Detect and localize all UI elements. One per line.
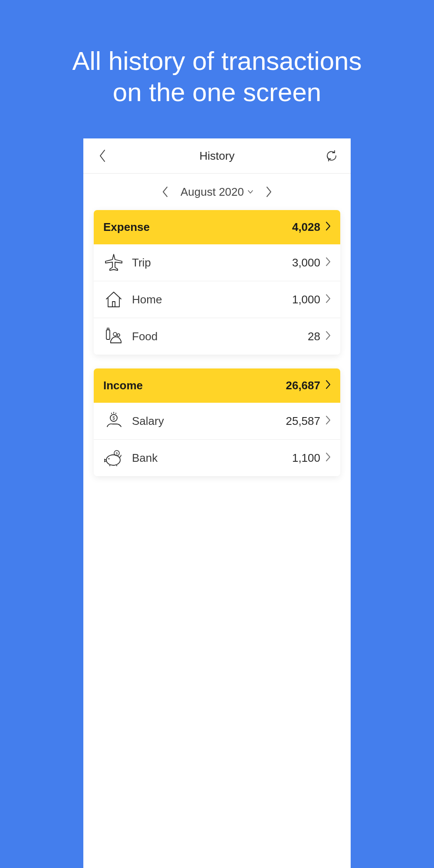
item-amount: 1,100 xyxy=(292,451,320,465)
page-title: History xyxy=(109,149,325,163)
chevron-right-icon xyxy=(326,294,331,305)
home-icon xyxy=(103,289,124,310)
nav-bar: History xyxy=(83,138,351,174)
item-amount: 1,000 xyxy=(292,293,320,306)
svg-text:$: $ xyxy=(116,451,118,455)
svg-rect-1 xyxy=(107,328,109,330)
item-label: Trip xyxy=(132,256,292,270)
chevron-right-icon xyxy=(326,379,331,392)
prev-month-button[interactable] xyxy=(158,185,172,199)
promo-headline: All history of transactions on the one s… xyxy=(72,46,362,108)
expense-total-value: 4,028 xyxy=(292,220,320,234)
income-total-value: 26,687 xyxy=(286,379,320,392)
chevron-left-icon xyxy=(99,149,106,162)
expense-section: Expense 4,028 Trip 3,00 xyxy=(94,210,340,355)
chevron-right-icon xyxy=(326,415,331,427)
svg-point-9 xyxy=(106,455,120,465)
headline-line2: on the one screen xyxy=(113,78,321,107)
svg-point-3 xyxy=(117,334,120,336)
month-label: August 2020 xyxy=(181,185,244,199)
expense-header[interactable]: Expense 4,028 xyxy=(94,210,340,244)
list-item[interactable]: $ Salary 25,587 xyxy=(94,403,340,440)
chevron-right-icon xyxy=(326,257,331,268)
month-picker[interactable]: August 2020 xyxy=(181,185,253,199)
food-icon xyxy=(103,326,124,347)
section-title: Expense xyxy=(103,220,150,234)
content: Expense 4,028 Trip 3,00 xyxy=(83,210,351,490)
svg-rect-0 xyxy=(106,330,110,339)
item-label: Bank xyxy=(132,451,292,465)
next-month-button[interactable] xyxy=(262,185,276,199)
section-total: 26,687 xyxy=(286,379,331,392)
income-section: Income 26,687 $ xyxy=(94,368,340,476)
item-label: Food xyxy=(132,330,308,343)
chevron-right-icon xyxy=(326,452,331,464)
chevron-right-icon xyxy=(266,186,272,197)
list-item[interactable]: Trip 3,000 xyxy=(94,244,340,281)
item-label: Home xyxy=(132,293,292,306)
svg-point-14 xyxy=(108,458,110,460)
list-item[interactable]: Food 28 xyxy=(94,318,340,355)
piggy-bank-icon: $ xyxy=(103,447,124,468)
item-amount: 25,587 xyxy=(286,414,320,428)
item-label: Salary xyxy=(132,414,286,428)
svg-point-2 xyxy=(113,332,117,336)
item-amount: 3,000 xyxy=(292,256,320,270)
refresh-button[interactable] xyxy=(325,149,339,163)
app-screen: History August 2020 xyxy=(83,138,351,868)
svg-text:$: $ xyxy=(112,416,115,421)
list-item[interactable]: $ Bank 1,100 xyxy=(94,440,340,476)
back-button[interactable] xyxy=(95,149,109,163)
section-title: Income xyxy=(103,379,143,392)
chevron-left-icon xyxy=(162,186,168,197)
section-total: 4,028 xyxy=(292,220,331,234)
list-item[interactable]: Home 1,000 xyxy=(94,281,340,318)
refresh-icon xyxy=(325,149,338,162)
income-header[interactable]: Income 26,687 xyxy=(94,368,340,403)
chevron-right-icon xyxy=(326,331,331,342)
chevron-right-icon xyxy=(326,220,331,234)
headline-line1: All history of transactions xyxy=(72,46,362,76)
item-amount: 28 xyxy=(308,330,320,343)
salary-icon: $ xyxy=(103,411,124,431)
plane-icon xyxy=(103,252,124,273)
date-selector: August 2020 xyxy=(83,174,351,210)
chevron-down-icon xyxy=(247,190,253,194)
